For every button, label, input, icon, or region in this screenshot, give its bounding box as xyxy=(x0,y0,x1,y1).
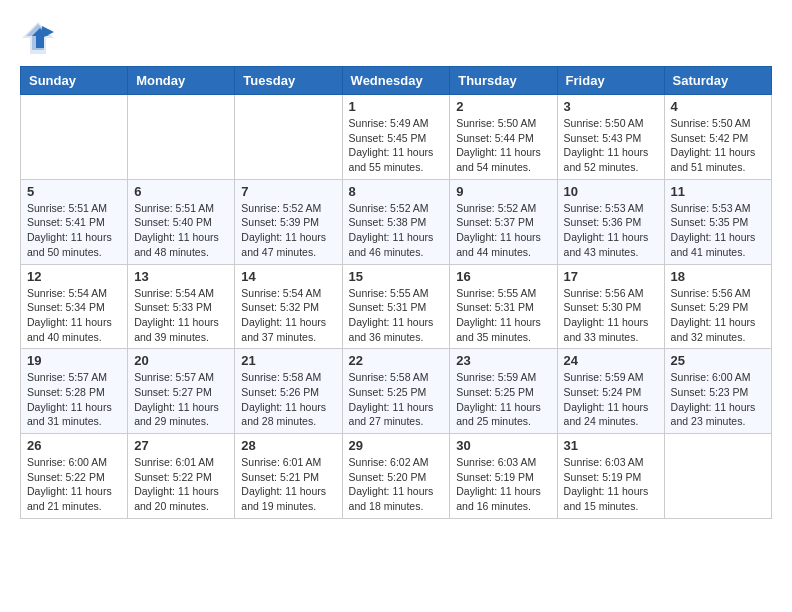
calendar-cell: 8Sunrise: 5:52 AM Sunset: 5:38 PM Daylig… xyxy=(342,179,450,264)
calendar-cell xyxy=(21,95,128,180)
day-info: Sunrise: 5:55 AM Sunset: 5:31 PM Dayligh… xyxy=(349,286,444,345)
calendar-header-row: SundayMondayTuesdayWednesdayThursdayFrid… xyxy=(21,67,772,95)
day-info: Sunrise: 5:52 AM Sunset: 5:38 PM Dayligh… xyxy=(349,201,444,260)
weekday-header-saturday: Saturday xyxy=(664,67,771,95)
day-info: Sunrise: 5:58 AM Sunset: 5:25 PM Dayligh… xyxy=(349,370,444,429)
day-info: Sunrise: 5:59 AM Sunset: 5:25 PM Dayligh… xyxy=(456,370,550,429)
calendar-cell: 22Sunrise: 5:58 AM Sunset: 5:25 PM Dayli… xyxy=(342,349,450,434)
day-number: 15 xyxy=(349,269,444,284)
day-number: 31 xyxy=(564,438,658,453)
day-number: 13 xyxy=(134,269,228,284)
weekday-header-wednesday: Wednesday xyxy=(342,67,450,95)
day-info: Sunrise: 5:54 AM Sunset: 5:32 PM Dayligh… xyxy=(241,286,335,345)
weekday-header-tuesday: Tuesday xyxy=(235,67,342,95)
day-number: 5 xyxy=(27,184,121,199)
calendar-cell: 26Sunrise: 6:00 AM Sunset: 5:22 PM Dayli… xyxy=(21,434,128,519)
day-info: Sunrise: 6:02 AM Sunset: 5:20 PM Dayligh… xyxy=(349,455,444,514)
calendar-cell: 31Sunrise: 6:03 AM Sunset: 5:19 PM Dayli… xyxy=(557,434,664,519)
day-info: Sunrise: 6:00 AM Sunset: 5:22 PM Dayligh… xyxy=(27,455,121,514)
calendar-cell: 19Sunrise: 5:57 AM Sunset: 5:28 PM Dayli… xyxy=(21,349,128,434)
day-info: Sunrise: 5:53 AM Sunset: 5:35 PM Dayligh… xyxy=(671,201,765,260)
day-number: 8 xyxy=(349,184,444,199)
day-number: 14 xyxy=(241,269,335,284)
day-info: Sunrise: 5:52 AM Sunset: 5:37 PM Dayligh… xyxy=(456,201,550,260)
day-number: 1 xyxy=(349,99,444,114)
calendar-week-3: 12Sunrise: 5:54 AM Sunset: 5:34 PM Dayli… xyxy=(21,264,772,349)
day-number: 28 xyxy=(241,438,335,453)
calendar-cell: 23Sunrise: 5:59 AM Sunset: 5:25 PM Dayli… xyxy=(450,349,557,434)
calendar-cell: 27Sunrise: 6:01 AM Sunset: 5:22 PM Dayli… xyxy=(128,434,235,519)
day-info: Sunrise: 6:01 AM Sunset: 5:22 PM Dayligh… xyxy=(134,455,228,514)
day-info: Sunrise: 6:03 AM Sunset: 5:19 PM Dayligh… xyxy=(564,455,658,514)
day-number: 17 xyxy=(564,269,658,284)
day-info: Sunrise: 5:52 AM Sunset: 5:39 PM Dayligh… xyxy=(241,201,335,260)
day-info: Sunrise: 5:53 AM Sunset: 5:36 PM Dayligh… xyxy=(564,201,658,260)
day-number: 16 xyxy=(456,269,550,284)
day-info: Sunrise: 5:51 AM Sunset: 5:40 PM Dayligh… xyxy=(134,201,228,260)
day-number: 6 xyxy=(134,184,228,199)
day-info: Sunrise: 6:00 AM Sunset: 5:23 PM Dayligh… xyxy=(671,370,765,429)
calendar-cell: 14Sunrise: 5:54 AM Sunset: 5:32 PM Dayli… xyxy=(235,264,342,349)
day-info: Sunrise: 5:54 AM Sunset: 5:33 PM Dayligh… xyxy=(134,286,228,345)
day-number: 3 xyxy=(564,99,658,114)
day-info: Sunrise: 5:51 AM Sunset: 5:41 PM Dayligh… xyxy=(27,201,121,260)
calendar-week-2: 5Sunrise: 5:51 AM Sunset: 5:41 PM Daylig… xyxy=(21,179,772,264)
day-number: 18 xyxy=(671,269,765,284)
day-number: 4 xyxy=(671,99,765,114)
calendar-table: SundayMondayTuesdayWednesdayThursdayFrid… xyxy=(20,66,772,519)
calendar-cell: 24Sunrise: 5:59 AM Sunset: 5:24 PM Dayli… xyxy=(557,349,664,434)
day-number: 30 xyxy=(456,438,550,453)
calendar-week-1: 1Sunrise: 5:49 AM Sunset: 5:45 PM Daylig… xyxy=(21,95,772,180)
calendar-cell: 15Sunrise: 5:55 AM Sunset: 5:31 PM Dayli… xyxy=(342,264,450,349)
calendar-cell: 11Sunrise: 5:53 AM Sunset: 5:35 PM Dayli… xyxy=(664,179,771,264)
day-number: 2 xyxy=(456,99,550,114)
day-info: Sunrise: 5:56 AM Sunset: 5:29 PM Dayligh… xyxy=(671,286,765,345)
calendar-cell: 25Sunrise: 6:00 AM Sunset: 5:23 PM Dayli… xyxy=(664,349,771,434)
day-info: Sunrise: 5:50 AM Sunset: 5:42 PM Dayligh… xyxy=(671,116,765,175)
day-info: Sunrise: 5:55 AM Sunset: 5:31 PM Dayligh… xyxy=(456,286,550,345)
day-info: Sunrise: 5:56 AM Sunset: 5:30 PM Dayligh… xyxy=(564,286,658,345)
calendar-week-5: 26Sunrise: 6:00 AM Sunset: 5:22 PM Dayli… xyxy=(21,434,772,519)
day-number: 11 xyxy=(671,184,765,199)
calendar-cell: 17Sunrise: 5:56 AM Sunset: 5:30 PM Dayli… xyxy=(557,264,664,349)
calendar-cell: 4Sunrise: 5:50 AM Sunset: 5:42 PM Daylig… xyxy=(664,95,771,180)
day-number: 9 xyxy=(456,184,550,199)
day-info: Sunrise: 5:57 AM Sunset: 5:28 PM Dayligh… xyxy=(27,370,121,429)
day-info: Sunrise: 5:58 AM Sunset: 5:26 PM Dayligh… xyxy=(241,370,335,429)
day-number: 29 xyxy=(349,438,444,453)
calendar-cell: 20Sunrise: 5:57 AM Sunset: 5:27 PM Dayli… xyxy=(128,349,235,434)
calendar-cell: 9Sunrise: 5:52 AM Sunset: 5:37 PM Daylig… xyxy=(450,179,557,264)
day-number: 26 xyxy=(27,438,121,453)
day-number: 27 xyxy=(134,438,228,453)
weekday-header-friday: Friday xyxy=(557,67,664,95)
calendar-cell: 18Sunrise: 5:56 AM Sunset: 5:29 PM Dayli… xyxy=(664,264,771,349)
calendar-cell: 28Sunrise: 6:01 AM Sunset: 5:21 PM Dayli… xyxy=(235,434,342,519)
weekday-header-sunday: Sunday xyxy=(21,67,128,95)
calendar-cell: 29Sunrise: 6:02 AM Sunset: 5:20 PM Dayli… xyxy=(342,434,450,519)
calendar-cell: 3Sunrise: 5:50 AM Sunset: 5:43 PM Daylig… xyxy=(557,95,664,180)
calendar-cell: 13Sunrise: 5:54 AM Sunset: 5:33 PM Dayli… xyxy=(128,264,235,349)
calendar-cell xyxy=(664,434,771,519)
day-info: Sunrise: 5:50 AM Sunset: 5:43 PM Dayligh… xyxy=(564,116,658,175)
calendar-cell: 1Sunrise: 5:49 AM Sunset: 5:45 PM Daylig… xyxy=(342,95,450,180)
day-info: Sunrise: 5:50 AM Sunset: 5:44 PM Dayligh… xyxy=(456,116,550,175)
day-number: 10 xyxy=(564,184,658,199)
calendar-cell xyxy=(235,95,342,180)
calendar-cell: 6Sunrise: 5:51 AM Sunset: 5:40 PM Daylig… xyxy=(128,179,235,264)
day-info: Sunrise: 6:03 AM Sunset: 5:19 PM Dayligh… xyxy=(456,455,550,514)
day-info: Sunrise: 5:59 AM Sunset: 5:24 PM Dayligh… xyxy=(564,370,658,429)
day-number: 7 xyxy=(241,184,335,199)
day-number: 19 xyxy=(27,353,121,368)
page-header xyxy=(20,20,772,56)
calendar-cell: 5Sunrise: 5:51 AM Sunset: 5:41 PM Daylig… xyxy=(21,179,128,264)
day-info: Sunrise: 5:54 AM Sunset: 5:34 PM Dayligh… xyxy=(27,286,121,345)
day-info: Sunrise: 5:49 AM Sunset: 5:45 PM Dayligh… xyxy=(349,116,444,175)
calendar-cell: 16Sunrise: 5:55 AM Sunset: 5:31 PM Dayli… xyxy=(450,264,557,349)
calendar-week-4: 19Sunrise: 5:57 AM Sunset: 5:28 PM Dayli… xyxy=(21,349,772,434)
day-number: 24 xyxy=(564,353,658,368)
calendar-cell: 2Sunrise: 5:50 AM Sunset: 5:44 PM Daylig… xyxy=(450,95,557,180)
calendar-cell xyxy=(128,95,235,180)
logo-icon xyxy=(20,20,56,56)
day-info: Sunrise: 6:01 AM Sunset: 5:21 PM Dayligh… xyxy=(241,455,335,514)
day-number: 12 xyxy=(27,269,121,284)
